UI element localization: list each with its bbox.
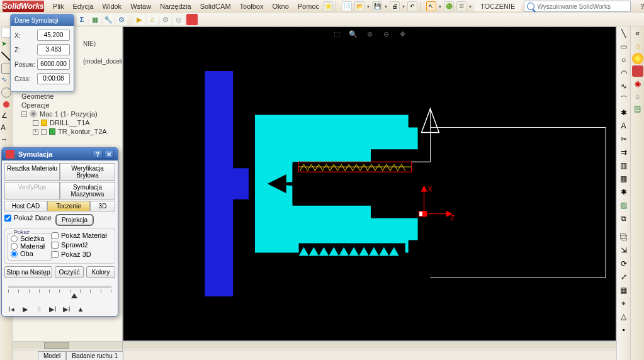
gear-toolbar-icon[interactable]: ⚙ — [160, 14, 171, 25]
global-tab-study[interactable]: Badanie ruchu 1 — [66, 351, 123, 361]
slider-thumb-icon[interactable] — [71, 293, 77, 298]
tab-host-cad[interactable]: Host CAD — [4, 201, 47, 211]
skip-start-button[interactable]: І◂ — [7, 305, 16, 313]
global-tab-model[interactable]: Model — [38, 351, 66, 361]
zoom-fit-icon[interactable]: ⬚ — [332, 29, 342, 39]
misc-icon[interactable]: ▪ — [618, 324, 630, 335]
tree-row-geometrie[interactable]: Geometrie — [15, 92, 120, 101]
expand-right-icon[interactable]: « — [632, 28, 643, 39]
line-tool-icon[interactable]: ╲ — [618, 28, 630, 39]
grid-icon[interactable]: ▦ — [618, 284, 630, 296]
zoom-out-icon[interactable]: ⊖ — [381, 29, 391, 39]
search-input[interactable] — [537, 3, 628, 10]
block-icon[interactable]: ◎ — [173, 14, 184, 25]
simulation-data-title[interactable]: Dane Symulacji — [11, 14, 74, 26]
undo-icon[interactable]: ↶ — [407, 1, 417, 11]
select-icon[interactable]: ↖ — [426, 1, 436, 11]
tab-turning[interactable]: Toczenie — [47, 201, 90, 211]
menu-window[interactable]: Okno — [268, 1, 292, 11]
radio-path[interactable]: Ścieżka — [11, 235, 48, 242]
options-icon[interactable]: ☰ — [456, 1, 466, 11]
home-icon[interactable]: ⌂ — [632, 40, 643, 52]
red-dot-icon[interactable] — [3, 101, 9, 108]
mirror-icon[interactable]: ▥ — [618, 160, 630, 171]
spline-tool-icon[interactable]: ∿ — [618, 81, 630, 92]
stop-toolbar-icon[interactable] — [186, 14, 198, 25]
graphics-viewport[interactable]: X Z — [123, 26, 616, 341]
viewport-scrollbar[interactable] — [123, 342, 616, 349]
tab-3d[interactable]: 3D — [90, 201, 115, 211]
copy-icon[interactable]: ⿻ — [618, 232, 630, 243]
search-box[interactable] — [524, 1, 631, 12]
help-button[interactable]: ? — [637, 2, 644, 11]
show-data-checkbox[interactable]: Pokaż Dane — [4, 214, 52, 222]
menu-solidcam[interactable]: SolidCAM — [196, 1, 235, 11]
chk-show-material[interactable]: Pokaż Materiał — [52, 232, 112, 239]
speed-slider[interactable] — [4, 282, 115, 302]
star-icon[interactable]: ✱ — [618, 186, 630, 198]
pause-button[interactable]: ІІ — [35, 305, 43, 313]
eject-button[interactable]: ▲ — [76, 305, 85, 313]
decal-icon[interactable] — [632, 65, 643, 77]
menu-edit[interactable]: Edycja — [69, 1, 98, 11]
colors-button[interactable]: Kolory — [86, 266, 115, 278]
menu-insert[interactable]: Wstaw — [127, 1, 155, 11]
trim-tool-icon[interactable]: ✂ — [618, 133, 630, 145]
open-icon[interactable]: 📂 — [354, 1, 364, 11]
library-icon[interactable]: ▤ — [632, 103, 643, 115]
appearance-icon[interactable] — [632, 53, 643, 64]
fillet-tool-icon[interactable]: ⌒ — [618, 94, 630, 105]
tree-scrollbar[interactable] — [13, 342, 122, 349]
tool-icon[interactable]: 🔧 — [103, 14, 114, 25]
tree-row-operacje[interactable]: Operacje — [15, 101, 120, 110]
menu-help[interactable]: Pomoc — [294, 1, 323, 11]
tree-row-kontur[interactable]: + TR_kontur_T2A — [15, 127, 120, 136]
tree-row-drill[interactable]: DRILL__T1A — [15, 118, 120, 127]
hatch-icon[interactable]: ▨ — [618, 200, 630, 211]
tree-row-mac[interactable]: – Mac 1 (1- Pozycja) — [15, 110, 120, 118]
stock-icon[interactable]: ▦ — [89, 14, 101, 25]
dim-icon[interactable]: ⧉ — [618, 213, 630, 224]
sigma-icon[interactable]: Σ — [76, 14, 88, 25]
pattern-icon[interactable]: ▦ — [618, 173, 630, 184]
panel-help-button[interactable]: ? — [93, 150, 103, 159]
save-icon[interactable]: 💾 — [372, 1, 382, 11]
light-icon[interactable]: ☼ — [632, 91, 643, 102]
simulation-data-panel[interactable]: Dane Symulacji X:45.200 Z:3.483 Posuw:60… — [10, 14, 74, 92]
zoom-icon[interactable]: 🔍 — [348, 29, 358, 39]
text-tool-icon[interactable]: A — [618, 120, 630, 132]
simulation-panel[interactable]: Symulacja ? ✕ Resztka Materiału Weryfika… — [1, 147, 118, 317]
zoom-in-icon[interactable]: ⊕ — [364, 29, 375, 39]
expand-plus-icon[interactable]: + — [33, 129, 38, 135]
simulation-panel-header[interactable]: Symulacja ? ✕ — [2, 148, 118, 160]
clear-button[interactable]: Oczyść — [55, 266, 84, 278]
menu-toolbox[interactable]: Toolbox — [236, 1, 268, 11]
chk-show-3d[interactable]: Pokaż 3D — [52, 250, 112, 258]
print-icon[interactable]: 🖨 — [390, 1, 400, 11]
arc-tool-icon[interactable]: ◠ — [618, 67, 630, 79]
stop-on-next-button[interactable]: Stop na Następ — [4, 266, 52, 278]
sim-play-icon[interactable]: ▶ — [133, 14, 145, 25]
help-icon[interactable]: ⭐ — [323, 1, 333, 11]
projection-button[interactable]: Projekcja — [55, 214, 94, 226]
dim-icon[interactable]: ↔ — [1, 135, 11, 145]
tab-solid-verify[interactable]: Weryfikacja Bryłowa — [60, 163, 115, 181]
text-icon[interactable]: A — [1, 123, 11, 133]
pan-icon[interactable]: ✥ — [397, 29, 407, 39]
constraint-icon[interactable]: △ — [618, 311, 630, 322]
panel-close-button[interactable]: ✕ — [104, 150, 114, 159]
menu-tools[interactable]: Narzędzia — [156, 1, 195, 11]
tab-rest-material[interactable]: Resztka Materiału — [4, 163, 60, 181]
scale-icon[interactable]: ⤢ — [618, 271, 630, 283]
camera-icon[interactable]: ◉ — [632, 78, 643, 89]
tab-machine-sim[interactable]: Symulacja Maszynowa — [60, 182, 115, 200]
radio-material[interactable]: Materiał — [11, 242, 48, 250]
circle-tool-icon[interactable]: ○ — [618, 54, 630, 65]
play-button[interactable]: ▶ — [21, 305, 30, 313]
chk-verify[interactable]: Sprawdź — [52, 241, 112, 249]
checkbox-icon[interactable] — [33, 120, 38, 126]
menu-view[interactable]: Widok — [99, 1, 126, 11]
move-icon[interactable]: ⇲ — [618, 245, 630, 256]
checkbox-icon[interactable] — [41, 129, 47, 135]
expand-icon[interactable]: – — [21, 111, 27, 117]
